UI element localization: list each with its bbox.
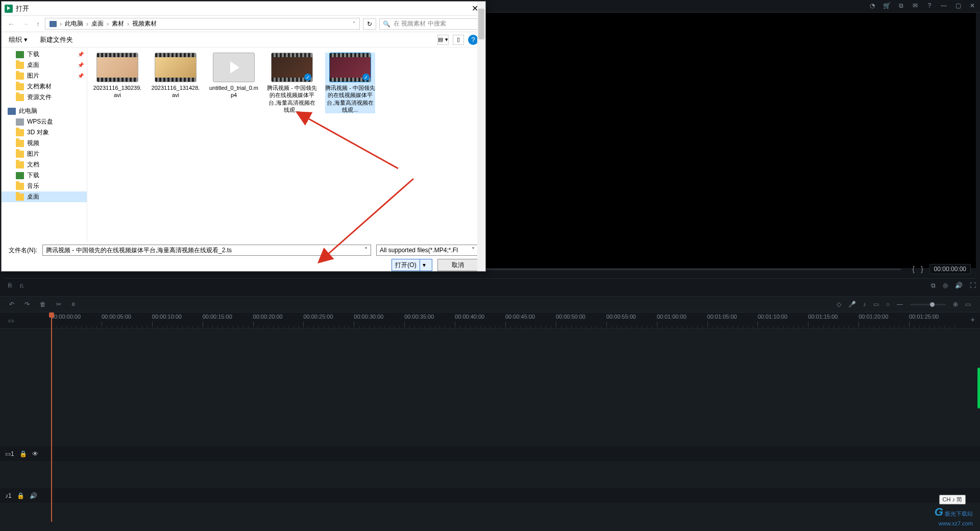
sidebar-item[interactable]: 下载 [2, 170, 87, 181]
pin-icon[interactable]: 📌 [78, 62, 84, 68]
mic-icon[interactable]: 🎤 [848, 301, 856, 308]
sidebar-item[interactable]: 桌面📌 [2, 60, 87, 70]
frame-icon[interactable]: ▭ [873, 301, 879, 308]
fullscreen-icon[interactable]: ⛶ [970, 282, 976, 289]
pin-icon[interactable]: 📌 [78, 52, 84, 57]
maximize-icon[interactable]: ▢ [953, 1, 963, 10]
sidebar-item[interactable]: 文档素材 [2, 81, 87, 92]
ruler-mark: 00:00:35:00 [404, 313, 434, 320]
sidebar-item[interactable]: 图片📌 [2, 70, 87, 81]
file-item[interactable]: ✓腾讯视频 - 中国领先的在线视频媒体平台,海量高清视频在线观... [267, 53, 317, 113]
camera-icon[interactable]: ◎ [943, 282, 948, 289]
user-icon[interactable]: ◔ [868, 1, 877, 10]
svg-line-1 [327, 179, 413, 255]
lock-icon[interactable]: 🔒 [17, 492, 24, 499]
mark-out-icon[interactable]: } [921, 265, 923, 273]
file-item[interactable]: 20231116_130239.avi [92, 53, 142, 99]
zoom-minus-icon[interactable]: — [897, 301, 903, 308]
video-thumb: ✓ [329, 53, 371, 82]
sidebar-item[interactable]: 音乐 [2, 181, 87, 191]
zoom-plus-icon[interactable]: ⊕ [953, 301, 958, 308]
zoom-slider[interactable] [910, 304, 946, 305]
preview-pane-button[interactable]: ▯ [453, 35, 464, 45]
bell-icon[interactable]: ⧉ [896, 1, 905, 10]
new-folder-button[interactable]: 新建文件夹 [40, 35, 73, 44]
file-list[interactable]: 20231116_130239.avi20231116_131428.aviun… [87, 47, 485, 242]
file-item[interactable]: untitled_0_trial_0.mp4 [209, 53, 259, 99]
crumb-caret-icon[interactable]: ˅ [353, 21, 355, 27]
pin-icon[interactable]: 📌 [78, 73, 84, 79]
ruler-mark: 00:01:10:00 [757, 313, 787, 320]
import-icon[interactable]: ⎘ [8, 282, 12, 289]
delete-icon[interactable]: 🗑 [40, 301, 46, 308]
breadcrumb[interactable]: ›此电脑 ›桌面 ›素材 ›视频素材 ˅ [45, 18, 360, 30]
sidebar-pc-root[interactable]: 此电脑 [2, 106, 87, 116]
undo-icon[interactable]: ↶ [9, 301, 14, 308]
nav-up-icon[interactable]: ↑ [34, 20, 42, 28]
refresh-icon[interactable]: ↻ [363, 18, 376, 30]
view-mode-button[interactable]: ▤ ▾ [437, 35, 449, 45]
settings-icon[interactable]: ≡ [71, 301, 75, 308]
sidebar-item[interactable]: WPS云盘 [2, 116, 87, 127]
help-icon[interactable]: ? [925, 1, 934, 10]
eye-icon[interactable]: 👁 [32, 450, 38, 457]
close-icon[interactable]: ✕ [968, 1, 977, 10]
playhead[interactable] [51, 312, 52, 522]
cut-icon[interactable]: ✂ [56, 301, 61, 308]
search-input[interactable]: 🔍 在 视频素材 中搜索 [379, 18, 481, 30]
lock-icon[interactable]: 🔒 [19, 450, 27, 457]
sync-badge-icon: ✓ [304, 74, 311, 81]
video-track-area[interactable] [0, 329, 980, 446]
redo-icon[interactable]: ↷ [24, 301, 30, 308]
sidebar-item[interactable]: 视频 [2, 138, 87, 149]
ime-indicator[interactable]: CH ♪ 简 [939, 495, 966, 504]
scroll-indicator[interactable] [977, 368, 980, 408]
add-track-icon[interactable]: + [971, 316, 975, 324]
track-header-1: ▭1🔒👁 [0, 446, 980, 462]
sync-badge-icon: ✓ [362, 74, 370, 81]
ruler-mark: 00:00:20:00 [253, 313, 283, 320]
file-item[interactable]: ✓腾讯视频 - 中国领先的在线视频媒体平台,海量高清视频在线观... [325, 53, 375, 113]
video-track-1[interactable] [0, 462, 980, 488]
folder-icon [16, 172, 24, 179]
open-dropdown-icon[interactable]: ▾ [420, 259, 429, 271]
cancel-button[interactable]: 取消 [437, 259, 478, 271]
minimize-icon[interactable]: — [939, 1, 948, 10]
ruler-mark: 00:01:20:00 [859, 313, 888, 320]
audio-track-icon: ♪1 [5, 492, 12, 499]
preview-timecode[interactable]: 00:00:00:00 [929, 264, 971, 274]
marker-icon[interactable]: ◇ [837, 301, 841, 308]
sidebar-item[interactable]: 文档 [2, 159, 87, 170]
sidebar-item[interactable]: 桌面 [2, 191, 87, 202]
volume-icon[interactable]: 🔊 [955, 282, 963, 289]
cart-icon[interactable]: 🛒 [882, 1, 891, 10]
folder-icon [16, 151, 24, 158]
folder-icon [16, 161, 24, 168]
ruler-head-icon[interactable]: ▭ [4, 314, 17, 327]
mail-icon[interactable]: ✉ [911, 1, 920, 10]
sidebar-item[interactable]: 下载📌 [2, 49, 87, 60]
organize-menu[interactable]: 组织 ▾ [9, 35, 28, 44]
help-icon[interactable]: ? [468, 35, 478, 45]
nav-back-icon[interactable]: ← [6, 20, 17, 28]
ruler-mark: 00:00:15:00 [203, 313, 232, 320]
fit-icon[interactable]: ▭ [965, 301, 971, 308]
sidebar-item[interactable]: 3D 对象 [2, 127, 87, 138]
video-thumb [96, 53, 138, 82]
circle-icon[interactable]: ○ [886, 301, 890, 308]
sidebar-item[interactable]: 图片 [2, 149, 87, 159]
folder-out-icon[interactable]: ⎌ [20, 282, 23, 289]
folder-icon [16, 183, 24, 190]
preview-scrubber[interactable] [463, 269, 901, 270]
file-item[interactable]: 20231116_131428.avi [151, 53, 201, 99]
audio-track-1[interactable] [0, 503, 980, 531]
dialog-title: 打开 [16, 4, 29, 13]
sidebar-item[interactable]: 资源文件 [2, 92, 87, 103]
ruler-mark: 00:00:25:00 [303, 313, 333, 320]
nav-fwd-icon[interactable]: → [20, 20, 31, 28]
mark-in-icon[interactable]: { [912, 265, 915, 273]
speaker-icon[interactable]: 🔊 [30, 492, 37, 499]
folder-icon [16, 94, 24, 101]
music-icon[interactable]: ♪ [863, 301, 866, 308]
screenshot-icon[interactable]: ⧉ [931, 282, 936, 289]
